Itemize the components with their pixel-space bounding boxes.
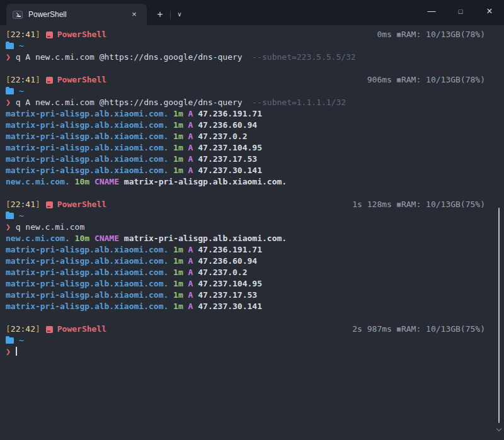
record-type: A xyxy=(188,109,198,118)
timestamp: [22:41] xyxy=(6,74,40,86)
folder-icon xyxy=(6,213,14,219)
record-type: A xyxy=(188,256,198,266)
record-value: 47.237.17.53 xyxy=(198,154,257,164)
cwd-path: ~ xyxy=(19,336,24,345)
record-type: A xyxy=(188,132,198,141)
record-ttl: 1m xyxy=(173,268,188,277)
terminal[interactable]: [22:41]PowerShell0ms▦RAM: 10/13GB(78%)~❯… xyxy=(0,25,504,440)
prompt-status: 906ms▦RAM: 10/13GB(78%) xyxy=(367,74,485,86)
bracket: ] xyxy=(35,200,40,209)
titlebar: PowerShell × + ∨ — □ × xyxy=(0,0,504,25)
prompt-status: 2s 987ms▦RAM: 10/13GB(75%) xyxy=(352,324,485,335)
command-duration: 906ms xyxy=(367,74,392,86)
dns-record-row: matrix-pri-alisgp.alb.xiaomi.com. 1m A 4… xyxy=(6,120,485,131)
tab-powershell[interactable]: PowerShell × xyxy=(6,4,147,25)
record-value: 47.236.60.94 xyxy=(198,256,257,266)
bracket: ] xyxy=(35,30,40,39)
prompt-header: [22:41]PowerShell906ms▦RAM: 10/13GB(78%) xyxy=(6,74,485,86)
record-ttl: 10m xyxy=(75,234,94,243)
powershell-segment-icon xyxy=(46,326,53,333)
terminal-content: [22:41]PowerShell0ms▦RAM: 10/13GB(78%)~❯… xyxy=(0,25,504,369)
folder-icon xyxy=(6,88,14,94)
record-type: A xyxy=(188,279,198,288)
blank-line xyxy=(6,312,485,324)
ram-icon: ▦ xyxy=(397,324,401,335)
dns-record-row: matrix-pri-alisgp.alb.xiaomi.com. 1m A 4… xyxy=(6,108,485,120)
blank-line xyxy=(6,63,485,74)
blank-line xyxy=(6,358,485,369)
command-text: q new.c.mi.com xyxy=(11,222,84,232)
chevron-down-icon[interactable] xyxy=(496,426,501,431)
command-line: ❯ q A new.c.mi.com @https://dns.google/d… xyxy=(6,52,485,63)
powershell-tab-icon xyxy=(13,11,23,19)
time-value: 22:41 xyxy=(11,30,35,39)
command-duration: 2s 987ms xyxy=(352,324,392,335)
ram-icon: ▦ xyxy=(397,29,401,40)
command-duration: 1s 128ms xyxy=(352,199,392,210)
record-value: 47.237.17.53 xyxy=(198,290,257,300)
prompt-header: [22:41]PowerShell1s 128ms▦RAM: 10/13GB(7… xyxy=(6,199,485,210)
record-name: matrix-pri-alisgp.alb.xiaomi.com. xyxy=(6,245,173,254)
maximize-button[interactable]: □ xyxy=(446,0,475,23)
record-value: 47.237.30.141 xyxy=(198,302,262,311)
tab-close-button[interactable]: × xyxy=(127,7,142,22)
record-ttl: 1m xyxy=(173,279,188,288)
record-value: 47.237.30.141 xyxy=(198,166,262,175)
cwd-path: ~ xyxy=(19,41,24,50)
ram-usage: RAM: 10/13GB(78%) xyxy=(401,74,485,86)
record-ttl: 1m xyxy=(173,120,188,130)
folder-icon xyxy=(6,43,14,49)
record-ttl: 10m xyxy=(75,177,94,186)
powershell-segment-icon xyxy=(46,201,53,208)
record-type: A xyxy=(188,268,198,277)
blank-line xyxy=(6,188,485,199)
record-name: matrix-pri-alisgp.alb.xiaomi.com. xyxy=(6,290,173,300)
prompt-status: 1s 128ms▦RAM: 10/13GB(75%) xyxy=(352,199,485,210)
prompt-chevron-icon: ❯ xyxy=(6,52,11,62)
record-ttl: 1m xyxy=(173,154,188,164)
prompt-block: [22:41]PowerShell0ms▦RAM: 10/13GB(78%)~❯… xyxy=(6,29,485,74)
command-text: q A new.c.mi.com @https://dns.google/dns… xyxy=(11,98,243,107)
dns-record-row: new.c.mi.com. 10m CNAME matrix-pri-alisg… xyxy=(6,233,485,244)
minimize-button[interactable]: — xyxy=(417,0,446,23)
record-name: matrix-pri-alisgp.alb.xiaomi.com. xyxy=(6,166,173,175)
record-ttl: 1m xyxy=(173,245,188,254)
record-name: matrix-pri-alisgp.alb.xiaomi.com. xyxy=(6,268,173,277)
shell-name: PowerShell xyxy=(57,199,106,210)
record-value: matrix-pri-alisgp.alb.xiaomi.com. xyxy=(124,177,287,186)
shell-name: PowerShell xyxy=(57,324,106,335)
record-name: matrix-pri-alisgp.alb.xiaomi.com. xyxy=(6,120,173,130)
command-flag-dim: --subnet=1.1.1.1/32 xyxy=(243,98,346,107)
record-value: 47.237.104.95 xyxy=(198,143,262,152)
dns-record-row: matrix-pri-alisgp.alb.xiaomi.com. 1m A 4… xyxy=(6,142,485,154)
time-value: 22:42 xyxy=(11,324,35,334)
shell-name: PowerShell xyxy=(57,74,106,86)
record-type: A xyxy=(188,143,198,152)
dns-record-row: matrix-pri-alisgp.alb.xiaomi.com. 1m A 4… xyxy=(6,131,485,142)
record-type: A xyxy=(188,302,198,311)
record-type: A xyxy=(188,245,198,254)
command-line: ❯ q A new.c.mi.com @https://dns.google/d… xyxy=(6,97,485,108)
new-tab-button[interactable]: + xyxy=(151,6,169,23)
record-ttl: 1m xyxy=(173,290,188,300)
timestamp: [22:42] xyxy=(6,324,40,335)
text-cursor xyxy=(16,347,17,356)
record-name: matrix-pri-alisgp.alb.xiaomi.com. xyxy=(6,256,173,266)
terminal-window: PowerShell × + ∨ — □ × [22:41]PowerShell… xyxy=(0,0,504,440)
close-button[interactable]: × xyxy=(475,0,504,23)
record-name: matrix-pri-alisgp.alb.xiaomi.com. xyxy=(6,143,173,152)
record-type: A xyxy=(188,166,198,175)
divider xyxy=(170,11,171,20)
record-ttl: 1m xyxy=(173,166,188,175)
scrollbar[interactable] xyxy=(495,25,504,440)
record-name: new.c.mi.com. xyxy=(6,234,75,243)
bracket: [ xyxy=(6,75,11,84)
tab-dropdown-button[interactable]: ∨ xyxy=(171,6,188,23)
command-line: ❯ xyxy=(6,346,485,358)
scrollbar-thumb[interactable] xyxy=(498,208,500,423)
shell-name: PowerShell xyxy=(57,29,106,40)
tab-title: PowerShell xyxy=(28,10,127,19)
prompt-chevron-icon: ❯ xyxy=(6,98,11,107)
cwd-line: ~ xyxy=(6,335,485,346)
time-value: 22:41 xyxy=(11,200,35,209)
